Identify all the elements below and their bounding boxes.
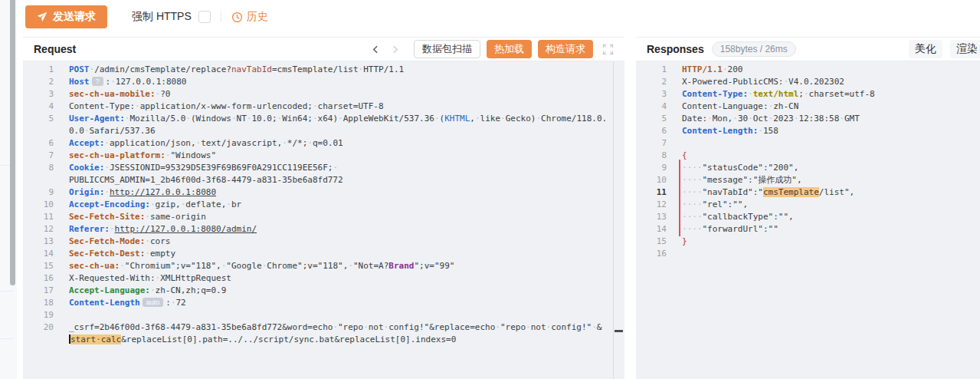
code-text: Content-Type:·application/x-www-form-url…: [54, 101, 613, 113]
code-line: 18Content-Lengthauto:·72: [23, 297, 613, 309]
code-line: 9Origin:·http://127.0.0.1:8080: [23, 186, 613, 199]
search-match-marker: [615, 330, 623, 332]
chevron-right-icon: [390, 44, 400, 54]
send-icon: [37, 12, 48, 22]
code-line: 15}: [636, 236, 980, 248]
responses-panel-header: Responses 158bytes / 26ms 美化 渲染: [636, 38, 980, 61]
request-panel: Request 数据包扫描 热加载: [23, 37, 624, 379]
responses-panel: Responses 158bytes / 26ms 美化 渲染 1HTTP/1.…: [636, 37, 980, 379]
code-line: 13Sec-Fetch-Mode:·cors: [23, 236, 613, 248]
line-number: 14: [23, 248, 54, 260]
line-number: 8: [636, 150, 667, 162]
code-line: 2Host?:·127.0.0.1:8080: [23, 76, 613, 88]
code-line: 12····"rel":"",: [636, 199, 980, 211]
chevron-left-icon: [371, 44, 381, 54]
code-line: 6Content-Length:·158: [636, 125, 980, 137]
code-text: ····"message":"操作成功",: [667, 174, 980, 186]
packet-scan-button[interactable]: 数据包扫描: [414, 40, 480, 58]
history-label: 历史: [247, 10, 268, 24]
line-number: 11: [636, 186, 667, 199]
line-number: 12: [636, 199, 667, 211]
code-line: 6Accept:·application/json,·text/javascri…: [23, 137, 613, 150]
line-number: 3: [23, 88, 54, 101]
sidebar-scrollbar[interactable]: [10, 0, 15, 285]
line-number: 4: [23, 101, 54, 113]
request-editor[interactable]: 1POST·/admin/cmsTemplate/replace?navTabI…: [23, 61, 624, 379]
line-number: 9: [636, 162, 667, 174]
collapsed-sidebar: [0, 0, 17, 379]
line-number: 13: [636, 211, 667, 223]
code-text: X-Requested-With:·XMLHttpRequest: [54, 272, 613, 285]
code-text: sec-ch-ua-platform:·"Windows": [54, 150, 613, 162]
line-number: 6: [23, 137, 54, 150]
sidebar-divider: [0, 291, 14, 292]
fullscreen-button[interactable]: [601, 44, 615, 55]
code-line: 19: [23, 309, 613, 321]
responses-panel-title: Responses: [647, 43, 704, 55]
code-line: 17Accept-Language:·zh-CN,zh;q=0.9: [23, 285, 613, 297]
code-text: Origin:·http://127.0.0.1:8080: [54, 186, 613, 199]
code-line: 3sec-ch-ua-mobile:·?0: [23, 88, 613, 101]
code-line: 11····"navTabId":"cmsTemplate/list",: [636, 186, 980, 199]
next-request-button[interactable]: [388, 44, 402, 54]
line-number: 3: [636, 88, 667, 101]
request-panel-header: Request 数据包扫描 热加载: [23, 38, 624, 61]
code-line: 1POST·/admin/cmsTemplate/replace?navTabI…: [23, 64, 613, 76]
prev-request-button[interactable]: [369, 44, 382, 54]
line-number: 16: [23, 272, 54, 285]
line-number: 2: [636, 76, 667, 88]
line-number: 5: [23, 113, 54, 137]
code-text: Cookie:·JSESSIONID=95329D5E39F69B69F0A29…: [54, 162, 613, 186]
line-number: 7: [23, 150, 54, 162]
code-text: Content-Lengthauto:·72: [54, 297, 613, 309]
code-text: {: [667, 150, 980, 162]
render-button[interactable]: 渲染: [950, 40, 980, 58]
code-line: 4Content-Language:·zh-CN: [636, 101, 980, 113]
code-line: 2X-Powered-PublicCMS:·V4.0.202302: [636, 76, 980, 88]
code-line: 14····"forwardUrl":"": [636, 223, 980, 236]
line-number: 1: [23, 64, 54, 76]
history-button[interactable]: 历史: [231, 10, 268, 24]
code-line: 5User-Agent:·Mozilla/5.0·(Windows·NT·10.…: [23, 113, 613, 137]
inline-hint-badge: ?: [92, 77, 103, 86]
code-text: Sec-Fetch-Dest:·empty: [54, 248, 613, 260]
code-text: [667, 137, 980, 150]
bracket-guide-line: [679, 160, 680, 236]
code-line: 4Content-Type:·application/x-www-form-ur…: [23, 101, 613, 113]
sidebar-divider: [0, 338, 14, 339]
line-number: 18: [23, 297, 54, 309]
expand-icon: [602, 44, 614, 55]
line-number: 16: [636, 248, 667, 260]
code-text: sec-ch-ua:·"Chromium";v="118",·"Google·C…: [54, 260, 613, 272]
code-text: POST·/admin/cmsTemplate/replace?navTabId…: [54, 64, 613, 76]
build-request-button[interactable]: 构造请求: [538, 40, 593, 58]
line-number: 13: [23, 236, 54, 248]
code-text: Content-Length:·158: [667, 125, 980, 137]
line-number: 15: [23, 260, 54, 272]
request-editor-scrollbar[interactable]: [613, 61, 624, 379]
code-text: [667, 248, 980, 260]
line-number: 8: [23, 162, 54, 186]
line-number: 5: [636, 113, 667, 125]
line-number: 7: [636, 137, 667, 150]
hot-reload-button[interactable]: 热加载: [487, 40, 532, 58]
code-line: 8{: [636, 150, 980, 162]
code-text: }: [667, 236, 980, 248]
send-request-button[interactable]: 发送请求: [25, 5, 107, 28]
clock-icon: [231, 12, 243, 23]
request-panel-title: Request: [34, 43, 76, 55]
line-number: 9: [23, 186, 54, 199]
line-number: 2: [23, 76, 54, 88]
response-editor[interactable]: 1HTTP/1.1·2002X-Powered-PublicCMS:·V4.0.…: [636, 61, 980, 379]
line-number: 11: [23, 211, 54, 223]
response-meta-badge: 158bytes / 26ms: [712, 41, 796, 57]
beautify-button[interactable]: 美化: [909, 40, 942, 58]
code-line: 16X-Requested-With:·XMLHttpRequest: [23, 272, 613, 285]
code-text: ····"forwardUrl":"": [667, 223, 980, 236]
code-line: 8Cookie:·JSESSIONID=95329D5E39F69B69F0A2…: [23, 162, 613, 186]
force-https-checkbox[interactable]: [198, 11, 211, 23]
code-line: 11Sec-Fetch-Site:·same-origin: [23, 211, 613, 223]
panels-row: Request 数据包扫描 热加载: [17, 37, 980, 379]
app-window: 发送请求 强制 HTTPS 历史 Request: [0, 0, 980, 379]
code-text: Referer:·http://127.0.0.1:8080/admin/: [54, 223, 613, 236]
